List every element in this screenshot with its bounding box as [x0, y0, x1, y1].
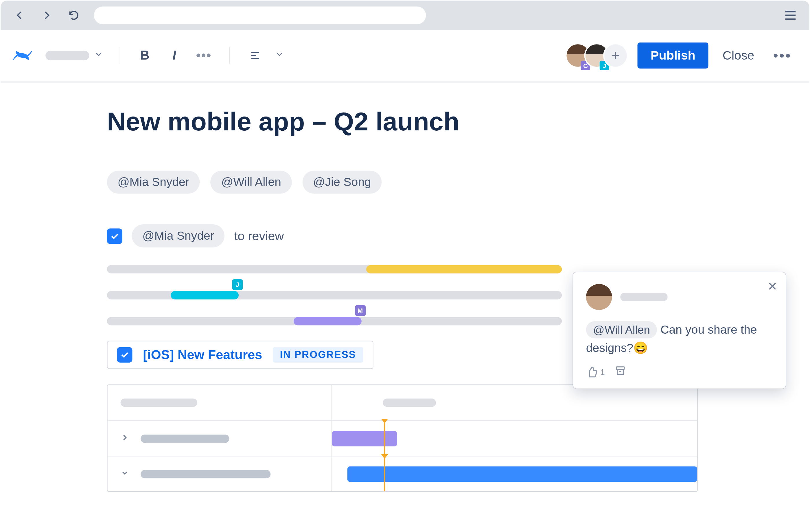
presence-avatars: G J +	[566, 43, 628, 68]
today-marker	[384, 456, 385, 491]
resolve-button[interactable]	[614, 365, 626, 379]
issue-checkbox[interactable]	[117, 347, 132, 363]
italic-button[interactable]: I	[164, 45, 184, 65]
align-button[interactable]	[245, 45, 265, 65]
inline-comment: ✕ @Will Allen Can you share the designs?…	[573, 272, 786, 388]
timeline-segment	[293, 317, 361, 326]
toolbar-separator	[229, 47, 230, 64]
today-marker	[384, 421, 385, 456]
browser-menu-button[interactable]	[780, 5, 801, 26]
url-bar[interactable]	[94, 6, 426, 24]
back-button[interactable]	[9, 5, 30, 26]
emoji-icon: 😄	[633, 341, 648, 354]
collapse-icon[interactable]	[120, 468, 129, 479]
timeline-tag: J	[232, 279, 243, 290]
roadmap-bar[interactable]	[332, 431, 397, 446]
forward-button[interactable]	[36, 5, 58, 26]
document-body: New mobile app – Q2 launch @Mia Snyder @…	[1, 83, 809, 531]
expand-icon[interactable]	[120, 433, 129, 444]
chevron-down-icon	[275, 50, 285, 62]
svg-rect-0	[616, 367, 624, 369]
publish-button[interactable]: Publish	[637, 43, 709, 68]
mention-chip[interactable]: @Mia Snyder	[107, 171, 200, 194]
roadmap-bar[interactable]	[347, 466, 697, 481]
issue-card[interactable]: [iOS] New Features IN PROGRESS	[107, 340, 373, 369]
mention-chip[interactable]: @Will Allen	[586, 321, 657, 338]
add-collaborator-button[interactable]: +	[603, 43, 628, 68]
reload-button[interactable]	[63, 5, 85, 26]
chevron-down-icon	[94, 50, 103, 62]
toolbar-separator	[118, 47, 119, 64]
inline-timeline: J M	[107, 265, 562, 325]
timeline-row: J	[107, 291, 562, 300]
bold-button[interactable]: B	[135, 45, 155, 65]
mention-chip[interactable]: @Will Allen	[211, 171, 292, 194]
comment-body: @Will Allen Can you share the designs?😄	[586, 321, 773, 356]
like-button[interactable]: 1	[586, 366, 605, 378]
issue-title: [iOS] New Features	[143, 347, 262, 363]
task-checkbox[interactable]	[107, 228, 123, 244]
mention-chip[interactable]: @Mia Snyder	[132, 225, 225, 248]
timeline-segment	[171, 291, 239, 300]
timeline-segment	[366, 265, 562, 273]
more-formatting-button[interactable]: •••	[194, 45, 214, 65]
close-icon[interactable]: ✕	[767, 279, 778, 294]
status-lozenge: IN PROGRESS	[273, 347, 363, 363]
roadmap-header-placeholder	[383, 398, 436, 407]
roadmap-item-placeholder	[141, 434, 229, 443]
block-type-dropdown[interactable]	[45, 45, 103, 66]
timeline-tag: M	[355, 305, 366, 316]
roadmap-embed	[107, 384, 698, 492]
close-button[interactable]: Close	[718, 43, 759, 68]
timeline-row: M	[107, 317, 562, 326]
page-title[interactable]: New mobile app – Q2 launch	[107, 107, 809, 136]
like-count: 1	[600, 367, 605, 377]
author-name-placeholder	[620, 293, 667, 301]
app-window: B I ••• G J + Publish Close ••• New mobi…	[0, 0, 810, 532]
timeline-row	[107, 265, 562, 273]
roadmap-header-placeholder	[120, 398, 197, 407]
task-text[interactable]: to review	[234, 229, 284, 243]
app-toolbar: B I ••• G J + Publish Close •••	[1, 30, 809, 83]
mentions-row: @Mia Snyder @Will Allen @Jie Song	[107, 171, 809, 194]
browser-chrome	[1, 1, 809, 30]
page-more-button[interactable]: •••	[768, 45, 796, 66]
task-item: @Mia Snyder to review	[107, 225, 809, 248]
block-type-placeholder	[45, 51, 89, 61]
avatar[interactable]	[586, 284, 612, 310]
confluence-logo-icon	[9, 42, 36, 69]
mention-chip[interactable]: @Jie Song	[302, 171, 382, 194]
roadmap-item-placeholder	[141, 470, 271, 478]
